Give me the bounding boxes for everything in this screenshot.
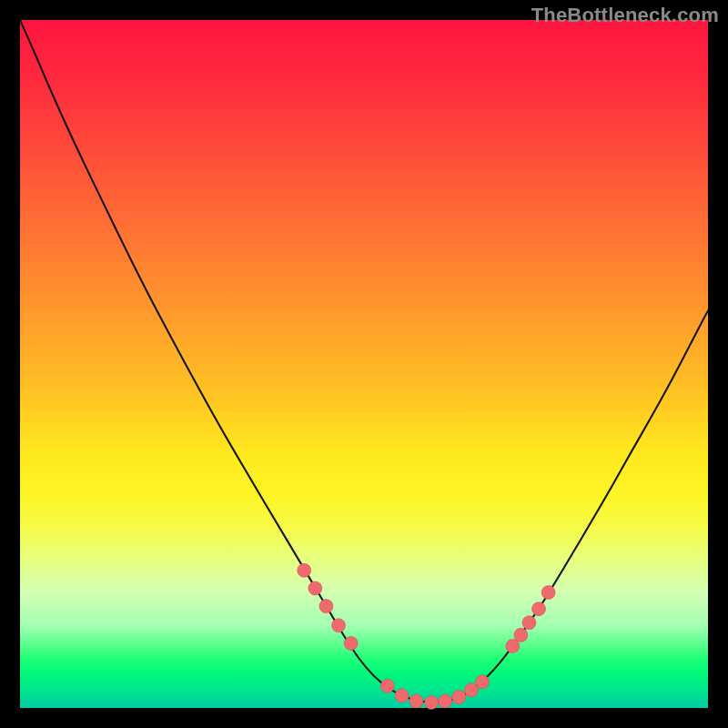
curve-marker	[298, 563, 311, 577]
curve-marker	[464, 683, 478, 697]
curve-marker	[476, 675, 490, 689]
curve-marker	[308, 581, 322, 595]
curve-marker	[425, 695, 439, 709]
curve-marker	[522, 616, 536, 630]
curve-marker	[344, 636, 358, 650]
curve-marker	[541, 585, 555, 599]
curve-marker	[452, 690, 466, 703]
curve-marker	[506, 639, 520, 652]
bottleneck-curve	[20, 20, 708, 703]
curve-marker	[514, 628, 528, 642]
curve-marker	[319, 600, 333, 613]
curve-markers	[298, 563, 555, 709]
curve-marker	[532, 602, 546, 616]
chart-svg	[20, 20, 708, 708]
curve-marker	[395, 689, 409, 703]
curve-marker	[380, 679, 394, 693]
watermark-text: TheBottleneck.com	[531, 4, 719, 27]
chart-frame: TheBottleneck.com	[0, 0, 728, 728]
curve-marker	[332, 619, 346, 632]
curve-marker	[410, 694, 423, 708]
curve-marker	[439, 694, 452, 708]
